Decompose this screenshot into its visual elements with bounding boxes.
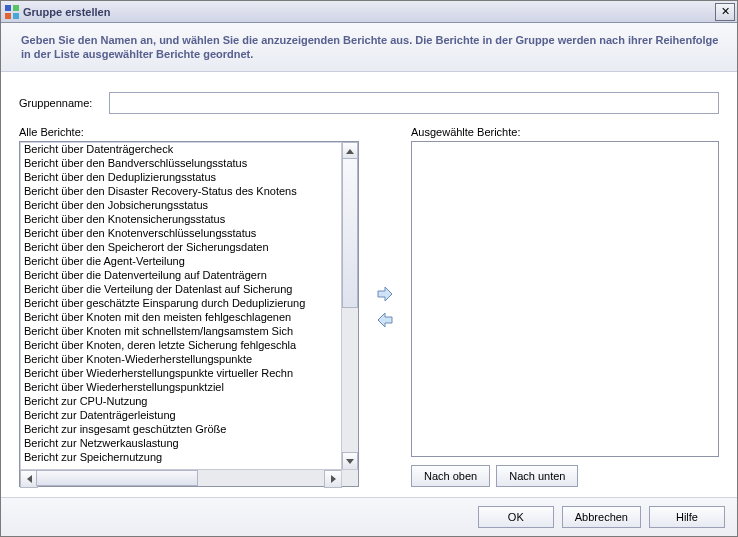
vertical-scroll-track[interactable] [342, 158, 358, 454]
chevron-down-icon [346, 459, 354, 464]
move-up-button[interactable]: Nach oben [411, 465, 490, 487]
list-item[interactable]: Bericht über den Deduplizierungsstatus [20, 170, 342, 184]
list-item[interactable]: Bericht zur Netzwerkauslastung [20, 436, 342, 450]
dialog-window: Gruppe erstellen ✕ Geben Sie den Namen a… [0, 0, 738, 537]
remove-button[interactable] [374, 310, 396, 330]
list-item[interactable]: Bericht zur insgesamt geschützten Größe [20, 422, 342, 436]
order-buttons: Nach oben Nach unten [411, 465, 719, 487]
group-name-row: Gruppenname: [19, 92, 719, 114]
list-item[interactable]: Bericht zur CPU-Nutzung [20, 394, 342, 408]
vertical-scroll-thumb[interactable] [342, 158, 358, 308]
list-item[interactable]: Bericht über die Datenverteilung auf Dat… [20, 268, 342, 282]
chevron-left-icon [27, 475, 32, 483]
available-reports-label: Alle Berichte: [19, 126, 359, 138]
svg-rect-3 [13, 13, 19, 19]
list-item[interactable]: Bericht über den Disaster Recovery-Statu… [20, 184, 342, 198]
list-item[interactable]: Bericht über den Bandverschlüsselungssta… [20, 156, 342, 170]
horizontal-scroll-thumb[interactable] [36, 470, 198, 486]
arrow-left-icon [376, 312, 394, 328]
help-button[interactable]: Hilfe [649, 506, 725, 528]
list-item[interactable]: Bericht über den Knotenverschlüsselungss… [20, 226, 342, 240]
list-item[interactable]: Bericht über den Speicherort der Sicheru… [20, 240, 342, 254]
list-item[interactable]: Bericht über den Knotensicherungsstatus [20, 212, 342, 226]
selected-reports-column: Ausgewählte Berichte: Nach oben Nach unt… [411, 126, 719, 487]
move-down-button[interactable]: Nach unten [496, 465, 578, 487]
columns: Alle Berichte: Bericht über Datenträgerc… [19, 126, 719, 487]
list-item[interactable]: Bericht über Wiederherstellungspunkte vi… [20, 366, 342, 380]
horizontal-scrollbar[interactable] [20, 469, 342, 486]
group-name-label: Gruppenname: [19, 97, 109, 109]
list-item[interactable]: Bericht über Knoten-Wiederherstellungspu… [20, 352, 342, 366]
horizontal-scroll-track[interactable] [36, 470, 326, 486]
title-bar: Gruppe erstellen ✕ [1, 1, 737, 23]
scroll-down-button[interactable] [342, 452, 358, 470]
scrollbar-corner [341, 469, 358, 486]
list-item[interactable]: Bericht über den Jobsicherungsstatus [20, 198, 342, 212]
available-reports-column: Alle Berichte: Bericht über Datenträgerc… [19, 126, 359, 487]
list-item[interactable]: Bericht über die Verteilung der Datenlas… [20, 282, 342, 296]
available-reports-listbox[interactable]: Bericht über DatenträgercheckBericht übe… [19, 141, 359, 487]
list-item[interactable]: Bericht über Knoten, deren letzte Sicher… [20, 338, 342, 352]
available-reports-items: Bericht über DatenträgercheckBericht übe… [20, 142, 342, 470]
svg-rect-0 [5, 5, 11, 11]
cancel-button[interactable]: Abbrechen [562, 506, 641, 528]
transfer-buttons-column [359, 126, 411, 487]
ok-button[interactable]: OK [478, 506, 554, 528]
add-button[interactable] [374, 284, 396, 304]
arrow-right-icon [376, 286, 394, 302]
scroll-right-button[interactable] [324, 470, 342, 488]
list-item[interactable]: Bericht über geschätzte Einsparung durch… [20, 296, 342, 310]
list-item[interactable]: Bericht zur Speichernutzung [20, 450, 342, 464]
chevron-right-icon [331, 475, 336, 483]
dialog-description: Geben Sie den Namen an, und wählen Sie d… [1, 23, 737, 72]
app-icon [5, 5, 19, 19]
selected-reports-label: Ausgewählte Berichte: [411, 126, 719, 138]
svg-rect-2 [5, 13, 11, 19]
dialog-body: Gruppenname: Alle Berichte: Bericht über… [1, 72, 737, 497]
group-name-input[interactable] [109, 92, 719, 114]
window-title: Gruppe erstellen [23, 6, 110, 18]
vertical-scrollbar[interactable] [341, 142, 358, 470]
close-button[interactable]: ✕ [715, 3, 735, 21]
svg-rect-1 [13, 5, 19, 11]
list-item[interactable]: Bericht zur Datenträgerleistung [20, 408, 342, 422]
list-item[interactable]: Bericht über Knoten mit den meisten fehl… [20, 310, 342, 324]
close-icon: ✕ [721, 6, 730, 17]
list-item[interactable]: Bericht über Wiederherstellungspunktziel [20, 380, 342, 394]
list-item[interactable]: Bericht über die Agent-Verteilung [20, 254, 342, 268]
selected-reports-listbox[interactable] [411, 141, 719, 457]
list-item[interactable]: Bericht über Datenträgercheck [20, 142, 342, 156]
list-item[interactable]: Bericht über Knoten mit schnellstem/lang… [20, 324, 342, 338]
chevron-up-icon [346, 149, 354, 154]
dialog-footer: OK Abbrechen Hilfe [1, 497, 737, 536]
